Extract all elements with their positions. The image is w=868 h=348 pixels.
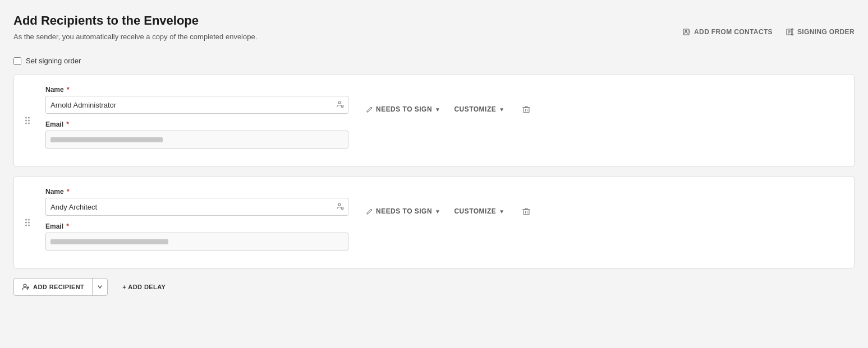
svg-rect-14 bbox=[523, 108, 529, 113]
email-label-1: Email * bbox=[45, 120, 348, 128]
bottom-actions-row: ADD RECIPIENT + ADD DELAY bbox=[13, 278, 855, 296]
drag-handle-1[interactable] bbox=[25, 117, 30, 124]
name-required-star-1: * bbox=[67, 86, 70, 94]
email-required-star-1: * bbox=[66, 120, 69, 128]
email-required-star-2: * bbox=[66, 222, 69, 230]
customize-label-2: CUSTOMIZE bbox=[454, 207, 496, 215]
drag-handle-2[interactable] bbox=[25, 219, 30, 226]
needs-to-sign-chevron-1: ▼ bbox=[435, 106, 440, 113]
delete-recipient-button-1[interactable] bbox=[518, 104, 534, 115]
svg-point-3 bbox=[685, 30, 687, 32]
trash-icon-2 bbox=[522, 207, 531, 216]
header-actions: ADD FROM CONTACTS SIGNING ORDER bbox=[683, 28, 855, 36]
pencil-icon-1 bbox=[366, 106, 373, 113]
add-from-contacts-button[interactable]: ADD FROM CONTACTS bbox=[683, 28, 773, 36]
customize-button-1[interactable]: CUSTOMIZE ▼ bbox=[454, 105, 504, 113]
pencil-icon-2 bbox=[366, 208, 373, 215]
header-row: Add Recipients to the Envelope As the se… bbox=[13, 13, 855, 50]
add-recipient-dropdown-button[interactable] bbox=[93, 279, 107, 295]
recipient-card-1: Name * bbox=[13, 74, 855, 167]
contacts-icon bbox=[683, 28, 691, 36]
add-recipient-icon bbox=[22, 283, 30, 291]
svg-point-9 bbox=[338, 101, 341, 104]
needs-to-sign-button-1[interactable]: NEEDS TO SIGN ▼ bbox=[366, 105, 440, 113]
customize-chevron-1: ▼ bbox=[499, 106, 504, 113]
name-input-wrapper-1 bbox=[45, 96, 348, 114]
name-input-wrapper-2 bbox=[45, 198, 348, 216]
chevron-down-icon bbox=[97, 284, 103, 290]
name-input-1[interactable] bbox=[45, 96, 348, 114]
page-subtitle: As the sender, you automatically receive… bbox=[13, 33, 257, 41]
email-field-group-2: Email * bbox=[45, 222, 348, 250]
recipients-list: Name * bbox=[13, 74, 855, 269]
card-content-1: Name * bbox=[45, 86, 841, 155]
email-field-container-1 bbox=[45, 131, 348, 149]
signing-order-icon bbox=[786, 28, 794, 36]
needs-to-sign-button-2[interactable]: NEEDS TO SIGN ▼ bbox=[366, 207, 440, 215]
page-container: Add Recipients to the Envelope As the se… bbox=[13, 13, 855, 296]
page-title: Add Recipients to the Envelope bbox=[13, 13, 257, 28]
signing-order-label: SIGNING ORDER bbox=[797, 28, 855, 36]
svg-line-25 bbox=[371, 210, 372, 211]
contact-lookup-icon-1[interactable] bbox=[336, 100, 344, 110]
name-label-2: Name * bbox=[45, 188, 348, 196]
add-delay-label: + ADD DELAY bbox=[122, 284, 166, 290]
actions-section-2: NEEDS TO SIGN ▼ CUSTOMIZE ▼ bbox=[366, 188, 534, 217]
add-recipient-button-group: ADD RECIPIENT bbox=[13, 278, 108, 296]
svg-point-21 bbox=[338, 203, 341, 206]
title-area: Add Recipients to the Envelope As the se… bbox=[13, 13, 257, 50]
email-placeholder-visual-2 bbox=[50, 239, 168, 244]
fields-section-1: Name * bbox=[45, 86, 348, 155]
customize-button-2[interactable]: CUSTOMIZE ▼ bbox=[454, 207, 504, 215]
contact-lookup-icon-2[interactable] bbox=[336, 202, 344, 212]
customize-chevron-2: ▼ bbox=[499, 208, 504, 215]
recipient-card-2: Name * bbox=[13, 176, 855, 269]
svg-rect-26 bbox=[523, 210, 529, 215]
add-recipient-button[interactable]: ADD RECIPIENT bbox=[14, 279, 93, 295]
needs-to-sign-label-2: NEEDS TO SIGN bbox=[376, 207, 432, 215]
needs-to-sign-label-1: NEEDS TO SIGN bbox=[376, 105, 432, 113]
signing-order-button[interactable]: SIGNING ORDER bbox=[786, 28, 855, 36]
actions-section-1: NEEDS TO SIGN ▼ CUSTOMIZE ▼ bbox=[366, 86, 534, 115]
card-content-2: Name * bbox=[45, 188, 841, 257]
add-recipient-label: ADD RECIPIENT bbox=[33, 284, 84, 290]
trash-icon-1 bbox=[522, 105, 531, 114]
customize-label-1: CUSTOMIZE bbox=[454, 105, 496, 113]
add-from-contacts-label: ADD FROM CONTACTS bbox=[694, 28, 773, 36]
email-placeholder-visual-1 bbox=[50, 137, 163, 142]
delete-recipient-button-2[interactable] bbox=[518, 206, 534, 217]
name-label-1: Name * bbox=[45, 86, 348, 94]
svg-point-33 bbox=[24, 284, 26, 287]
name-field-group-2: Name * bbox=[45, 188, 348, 216]
name-input-2[interactable] bbox=[45, 198, 348, 216]
add-delay-button[interactable]: + ADD DELAY bbox=[114, 279, 173, 295]
fields-section-2: Name * bbox=[45, 188, 348, 257]
name-required-star-2: * bbox=[67, 188, 70, 196]
signing-order-row: Set signing order bbox=[13, 57, 855, 65]
svg-line-13 bbox=[371, 108, 372, 109]
needs-to-sign-chevron-2: ▼ bbox=[435, 208, 440, 215]
email-label-2: Email * bbox=[45, 222, 348, 230]
signing-order-checkbox[interactable] bbox=[13, 57, 21, 65]
name-field-group-1: Name * bbox=[45, 86, 348, 114]
signing-order-checkbox-label[interactable]: Set signing order bbox=[26, 57, 81, 65]
email-field-container-2 bbox=[45, 233, 348, 250]
email-field-group-1: Email * bbox=[45, 120, 348, 149]
